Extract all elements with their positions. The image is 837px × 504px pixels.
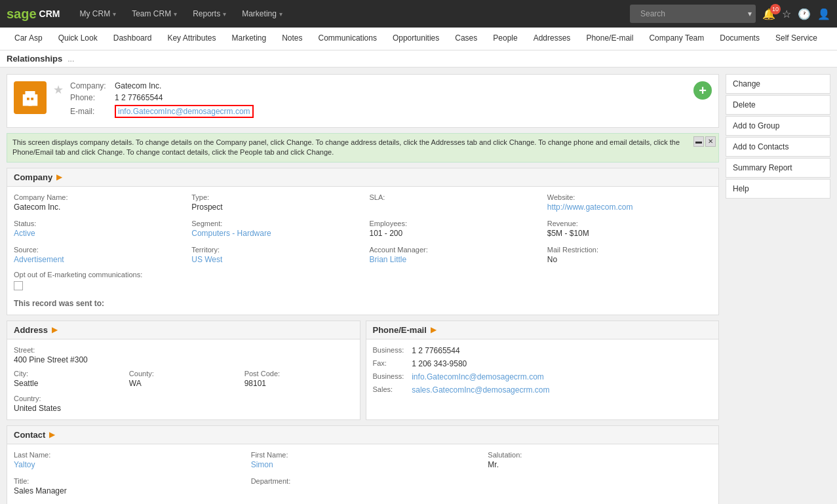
tab-company-team[interactable]: Company Team (641, 28, 712, 49)
tab-communications[interactable]: Communications (311, 28, 385, 49)
website-link[interactable]: http://www.gatecom.com (547, 203, 633, 212)
contact-section-body: Last Name: Yaltoy First Name: Simon Salu… (7, 444, 718, 504)
clock-icon[interactable]: 🕐 (798, 8, 811, 20)
tab-opportunities[interactable]: Opportunities (385, 28, 447, 49)
segment-label: Segment: (191, 220, 356, 227)
employees-label: Employees: (370, 220, 534, 227)
title-val: Sales Manager (14, 486, 238, 495)
user-icon[interactable]: 👤 (817, 8, 830, 20)
territory-val[interactable]: US West (191, 255, 222, 264)
banner-close-btn[interactable]: ✕ (705, 136, 716, 147)
banner-close-controls: ▬ ✕ (693, 136, 716, 147)
email-link[interactable]: info.GatecomInc@demosagecrm.com (115, 105, 254, 118)
company-detail-grid: Company Name: Gatecom Inc. Type: Prospec… (14, 193, 712, 264)
marketing-arrow: ▾ (279, 10, 282, 18)
building-icon (20, 88, 40, 107)
my-crm-arrow: ▾ (113, 10, 116, 18)
tab-people[interactable]: People (485, 28, 525, 49)
tab-key-attributes[interactable]: Key Attributes (159, 28, 224, 49)
email-label: E-mail: (70, 107, 109, 116)
team-crm-arrow: ▾ (174, 10, 177, 18)
summary-report-button[interactable]: Summary Report (726, 158, 830, 178)
sub-header-title: Relationships (7, 54, 62, 64)
source-val[interactable]: Advertisement (14, 255, 64, 264)
street-val: 400 Pine Street #300 (14, 355, 353, 364)
county-field: County: WA (129, 370, 238, 388)
banner-minimize-btn[interactable]: ▬ (693, 136, 704, 147)
county-label: County: (129, 370, 238, 378)
phone-email-section: Phone/E-mail ▶ Business: 1 2 77665544 Fa… (366, 320, 720, 420)
first-name-label: First Name: (251, 451, 475, 459)
company-section-header: Company ▶ (7, 168, 718, 187)
city-val: Seattle (14, 379, 123, 388)
add-to-contacts-button[interactable]: Add to Contacts (726, 137, 830, 157)
sub-header-more[interactable]: ... (68, 54, 74, 64)
tab-phone-email[interactable]: Phone/E-mail (578, 28, 641, 49)
tab-notes[interactable]: Notes (274, 28, 310, 49)
business-phone-val: 1 2 77665544 (412, 346, 712, 355)
tab-quick-look[interactable]: Quick Look (50, 28, 106, 49)
search-dropdown-arrow[interactable]: ▾ (748, 9, 752, 18)
country-label: Country: (14, 395, 123, 402)
tab-dashboard[interactable]: Dashboard (106, 28, 160, 49)
add-button[interactable]: + (693, 81, 712, 100)
company-section-body: Company Name: Gatecom Inc. Type: Prospec… (7, 187, 718, 315)
nav-marketing[interactable]: Marketing ▾ (235, 5, 289, 22)
contact-grid: Last Name: Yaltoy First Name: Simon Salu… (14, 451, 712, 504)
street-label: Street: (14, 346, 353, 354)
mail-restriction-field: Mail Restriction: No (547, 246, 712, 264)
sidebar: Change Delete Add to Group Add to Contac… (726, 74, 830, 504)
tab-car-asp[interactable]: Car Asp (7, 28, 50, 49)
nav-my-crm[interactable]: My CRM ▾ (73, 5, 123, 22)
post-code-val: 98101 (244, 379, 353, 388)
company-icon (14, 81, 47, 114)
change-button[interactable]: Change (726, 74, 830, 94)
company-header-card: ★ Company: Gatecom Inc. Phone: 1 2 77665… (7, 74, 719, 128)
salutation-field: Salutation: Mr. (488, 451, 712, 469)
add-to-group-button[interactable]: Add to Group (726, 116, 830, 136)
svg-rect-4 (29, 102, 32, 106)
fax-val: 1 206 343-9580 (412, 359, 712, 368)
tab-addresses[interactable]: Addresses (526, 28, 579, 49)
salutation-label: Salutation: (488, 451, 712, 459)
phone-label: Phone: (70, 93, 109, 102)
business-email-label: Business: (373, 372, 404, 380)
first-name-val[interactable]: Simon (251, 460, 273, 469)
street-field: Street: 400 Pine Street #300 (14, 346, 353, 364)
sales-email-val[interactable]: sales.GatecomInc@demosagecrm.com (412, 385, 712, 395)
reports-arrow: ▾ (223, 10, 226, 18)
address-grid: City: Seattle County: WA Post Code: 9810… (14, 370, 353, 413)
last-name-val[interactable]: Yaltoy (14, 460, 35, 469)
favorite-star-icon[interactable]: ★ (53, 83, 64, 97)
salutation-val: Mr. (488, 460, 712, 469)
company-label: Company: (70, 81, 109, 90)
country-val: United States (14, 404, 123, 413)
nav-reports[interactable]: Reports ▾ (186, 5, 233, 22)
fax-label: Fax: (373, 359, 404, 367)
tab-cases[interactable]: Cases (447, 28, 485, 49)
contact-section-header: Contact ▶ (7, 426, 718, 444)
contact-section-title: Contact (14, 430, 45, 440)
status-val[interactable]: Active (14, 229, 35, 238)
revenue-label: Revenue: (547, 220, 712, 227)
svg-rect-1 (26, 91, 35, 94)
tab-self-service[interactable]: Self Service (768, 28, 825, 49)
revenue-field: Revenue: $5M - $10M (547, 220, 712, 238)
help-button[interactable]: Help (726, 179, 830, 199)
account-manager-field: Account Manager: Brian Little (370, 246, 534, 264)
notification-bell-icon[interactable]: 🔔 10 (762, 8, 775, 20)
nav-team-crm[interactable]: Team CRM ▾ (125, 5, 184, 22)
company-info: Company: Gatecom Inc. Phone: 1 2 7766554… (70, 81, 712, 121)
star-icon[interactable]: ☆ (782, 8, 791, 20)
delete-button[interactable]: Delete (726, 95, 830, 115)
phone-value: 1 2 77665544 (115, 93, 163, 102)
logo-sage: sage (7, 7, 37, 22)
segment-val[interactable]: Computers - Hardware (191, 229, 271, 238)
type-label: Type: (191, 193, 356, 201)
tab-documents[interactable]: Documents (712, 28, 768, 49)
tab-marketing[interactable]: Marketing (224, 28, 274, 49)
opt-out-checkbox[interactable] (14, 281, 23, 290)
search-input[interactable] (634, 6, 745, 22)
business-email-val[interactable]: info.GatecomInc@demosagecrm.com (412, 372, 712, 381)
account-manager-val[interactable]: Brian Little (370, 255, 407, 264)
